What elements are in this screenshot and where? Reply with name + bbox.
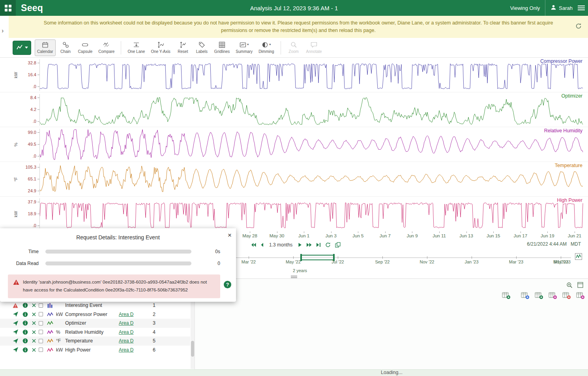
warning-icon[interactable]: [13, 303, 22, 308]
add-column-icon-2[interactable]: [521, 292, 530, 299]
lane-plot[interactable]: [39, 94, 583, 126]
toolbar-button-compare[interactable]: Compare: [96, 39, 117, 56]
toolbar-button-one-lane[interactable]: One Lane: [125, 39, 147, 56]
asset-link[interactable]: Area D: [119, 320, 133, 326]
item-name[interactable]: High Power: [65, 347, 119, 353]
trend-chart[interactable]: kW32.816.4.0Compressor Power8.44.2.0Opti…: [0, 58, 588, 231]
info-icon[interactable]: [22, 338, 32, 344]
toolbar-button-reset[interactable]: Reset: [174, 39, 192, 56]
toolbar-button-label: Gridlines: [214, 49, 230, 54]
duplicate-range-icon[interactable]: [335, 242, 341, 248]
display-range-duration[interactable]: 1.3 months: [269, 242, 292, 248]
navigate-to-item-icon[interactable]: [13, 329, 22, 335]
step-back-full-icon[interactable]: [251, 243, 256, 247]
toolbar-button-capsule[interactable]: Capsule: [76, 39, 95, 56]
x-axis-tick: [385, 231, 386, 233]
remove-item-icon[interactable]: [32, 338, 39, 343]
timeline-tick: [249, 256, 249, 259]
add-column-icon-3[interactable]: [535, 292, 543, 299]
user-menu[interactable]: Sarah: [551, 4, 573, 11]
expand-worksheets-chevron[interactable]: ›: [2, 28, 4, 34]
navigate-to-item-icon[interactable]: [13, 311, 22, 317]
toolbar-button-label: Zoom: [288, 49, 299, 54]
item-name[interactable]: Interesting Event: [65, 303, 119, 308]
signal-icon: [47, 338, 56, 344]
collapse-pane-icon[interactable]: [577, 282, 583, 288]
toolbar-button-labels[interactable]: Labels: [193, 39, 211, 56]
auto-update-icon[interactable]: [325, 242, 331, 248]
topbar-right: Viewing Only Sarah: [510, 0, 585, 16]
lane-series-label[interactable]: High Power: [557, 197, 582, 203]
lane-series-label[interactable]: Compressor Power: [540, 58, 582, 64]
step-forward-full-icon[interactable]: [306, 243, 312, 247]
remove-item-icon[interactable]: [32, 321, 39, 325]
row-checkbox[interactable]: [39, 330, 43, 334]
row-checkbox[interactable]: [39, 339, 43, 343]
navigate-to-item-icon[interactable]: [13, 338, 22, 344]
step-to-end-icon[interactable]: [316, 243, 321, 247]
lane-series-label[interactable]: Temperature: [555, 163, 582, 168]
apps-grid-button[interactable]: [0, 0, 16, 16]
row-checkbox[interactable]: [39, 303, 43, 308]
toolbar-button-summary[interactable]: ▾Summary: [233, 39, 255, 56]
lane-series-label[interactable]: Optimizer: [562, 93, 582, 99]
info-icon[interactable]: [22, 303, 32, 308]
info-icon[interactable]: [22, 329, 32, 335]
navigate-to-item-icon[interactable]: [13, 347, 22, 353]
lane-plot[interactable]: [39, 129, 583, 160]
help-button[interactable]: ?: [224, 281, 231, 288]
toolbar-button-chain[interactable]: Chain: [57, 39, 75, 56]
x-axis-tick: [358, 231, 358, 233]
remove-item-icon[interactable]: [32, 330, 39, 335]
toolbar-button-one-y-axis[interactable]: One Y-Axis: [148, 39, 172, 56]
asset-link[interactable]: Area D: [119, 329, 133, 335]
step-back-icon[interactable]: [260, 243, 264, 247]
details-scrollbar[interactable]: [191, 301, 195, 369]
add-column-icon-4[interactable]: [549, 292, 557, 299]
view-selector-button[interactable]: [13, 41, 31, 55]
dimming-icon: [262, 41, 268, 49]
x-axis-tick: [439, 231, 440, 233]
row-checkbox[interactable]: [39, 321, 43, 325]
lane-plot[interactable]: [39, 164, 583, 195]
add-column-icon-6[interactable]: [576, 292, 585, 299]
remove-item-icon[interactable]: [32, 312, 39, 317]
compare-icon: [103, 41, 110, 49]
item-name[interactable]: Compressor Power: [65, 312, 119, 317]
zoom-in-icon[interactable]: [566, 282, 573, 288]
timeline-range-selector[interactable]: [301, 255, 334, 260]
permission-warning-banner: Some information on this worksheet could…: [9, 16, 588, 38]
row-checkbox[interactable]: [39, 348, 43, 352]
info-icon[interactable]: [22, 312, 32, 317]
add-column-icon-5[interactable]: [562, 292, 571, 299]
lane-plot[interactable]: [39, 198, 583, 230]
toolbar-button-dimming[interactable]: ▾Dimming: [256, 39, 276, 56]
close-icon[interactable]: ×: [228, 232, 232, 239]
toolbar-button-calendar[interactable]: Calendar: [35, 39, 56, 56]
item-name[interactable]: Relative Humidity: [65, 329, 119, 335]
asset-link[interactable]: Area D: [119, 338, 133, 344]
hamburger-menu-icon[interactable]: [578, 5, 585, 11]
add-column-icon-1[interactable]: [502, 292, 511, 299]
asset-link[interactable]: Area D: [119, 312, 133, 317]
capsule-time-icon[interactable]: [575, 253, 582, 261]
banner-refresh-icon[interactable]: [575, 23, 582, 31]
row-checkbox[interactable]: [39, 312, 43, 316]
lane-plot[interactable]: [39, 59, 583, 91]
lane-series-label[interactable]: Relative Humidity: [544, 128, 582, 133]
details-table: Interesting Event1kWCompressor PowerArea…: [0, 301, 190, 354]
lane-number: 1: [153, 303, 165, 308]
warning-icon: [13, 279, 19, 285]
info-icon[interactable]: [22, 320, 32, 326]
panel-resize-handle[interactable]: [291, 276, 297, 278]
remove-item-icon[interactable]: [32, 348, 39, 352]
remove-item-icon[interactable]: [32, 303, 39, 308]
step-forward-icon[interactable]: [298, 243, 302, 247]
toolbar-button-gridlines[interactable]: Gridlines: [212, 39, 232, 56]
asset-link[interactable]: Area D: [119, 347, 133, 353]
info-icon[interactable]: [22, 347, 32, 353]
navigate-to-item-icon[interactable]: [13, 320, 22, 326]
scrollbar-thumb[interactable]: [191, 341, 194, 357]
item-name[interactable]: Temperature: [65, 338, 119, 344]
item-name[interactable]: Optimizer: [65, 320, 119, 326]
